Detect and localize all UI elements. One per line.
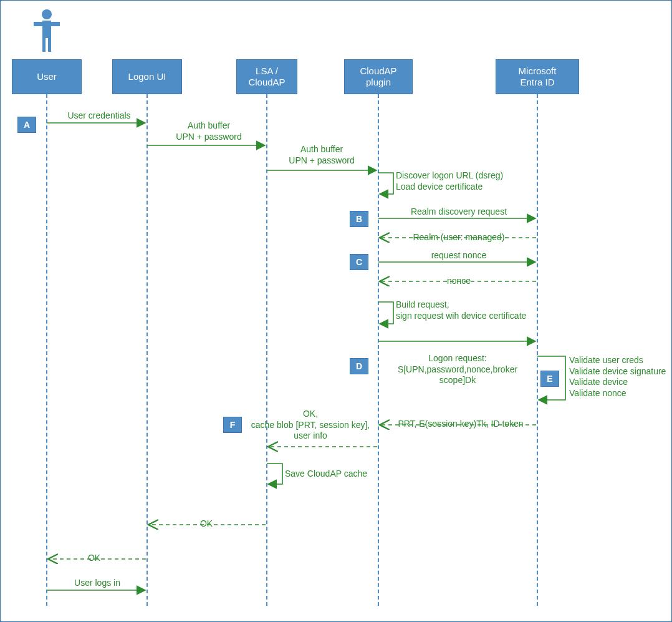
- label-ok-1: OK: [188, 518, 225, 530]
- participant-entra-label: Microsoft Entra ID: [519, 66, 557, 88]
- label-discover: Discover logon URL (dsreg) Load device c…: [396, 170, 545, 192]
- label-auth-buffer-1: Auth buffer UPN + password: [165, 120, 252, 142]
- label-ok-cache: OK, cache blob [PRT, session key], user …: [245, 409, 376, 442]
- label-save-cache: Save CloudAP cache: [285, 469, 391, 480]
- lifeline-lsa: [266, 94, 267, 606]
- user-actor-icon: [32, 8, 62, 54]
- lifeline-logonui: [146, 94, 148, 606]
- step-badge-a: A: [17, 117, 36, 133]
- svg-point-0: [42, 9, 52, 19]
- label-auth-buffer-2: Auth buffer UPN + password: [275, 144, 368, 166]
- participant-cloudap: CloudAP plugin: [344, 59, 413, 94]
- step-badge-b: B: [350, 211, 368, 227]
- participant-logonui: Logon UI: [112, 59, 182, 94]
- label-realm-resp: Realm (user: managed): [387, 232, 530, 243]
- step-badge-e: E: [540, 371, 559, 387]
- label-user-creds: User credentials: [55, 110, 143, 122]
- participant-cloudap-label: CloudAP plugin: [360, 66, 396, 88]
- svg-rect-4: [48, 38, 51, 52]
- label-ok-2: OK: [75, 553, 113, 564]
- lifeline-user: [46, 94, 47, 606]
- label-build-req: Build request, sign request wih device c…: [396, 299, 558, 321]
- participant-lsa-label: LSA / CloudAP: [248, 66, 285, 88]
- step-badge-c: C: [350, 254, 368, 270]
- label-validate: Validate user creds Validate device sign…: [569, 355, 671, 399]
- step-badge-f: F: [223, 417, 242, 433]
- label-req-nonce: request nonce: [387, 250, 530, 261]
- label-realm-req: Realm discovery request: [387, 207, 530, 218]
- participant-user-label: User: [37, 71, 57, 82]
- participant-lsa: LSA / CloudAP: [236, 59, 297, 94]
- sequence-diagram: User Logon UI LSA / CloudAP CloudAP plug…: [0, 0, 672, 622]
- svg-rect-3: [42, 38, 46, 52]
- label-user-logs-in: User logs in: [60, 578, 135, 589]
- lifeline-cloudap: [378, 94, 379, 606]
- participant-entra: Microsoft Entra ID: [496, 59, 579, 94]
- participant-user: User: [12, 59, 82, 94]
- participant-logonui-label: Logon UI: [128, 71, 166, 82]
- step-badge-d: D: [350, 358, 368, 374]
- svg-rect-2: [34, 22, 60, 26]
- label-logon-req: Logon request: S[UPN,password,nonce,brok…: [380, 353, 535, 386]
- label-prt-resp: PRT, E(session key)Tk, ID token: [392, 419, 529, 430]
- label-nonce: nonce: [387, 276, 530, 287]
